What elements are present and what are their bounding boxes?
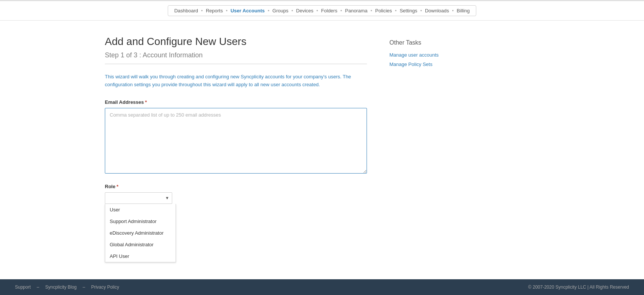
required-marker-role: * <box>116 184 118 189</box>
nav-separator: • <box>420 8 422 13</box>
sidebar-link-manage-user-accounts[interactable]: Manage user accounts <box>389 52 472 58</box>
nav-separator: • <box>291 8 293 13</box>
top-navigation: Dashboard•Reports•User Accounts•Groups•D… <box>0 0 644 21</box>
nav-separator: • <box>395 8 397 13</box>
sidebar-title: Other Tasks <box>389 39 472 46</box>
dropdown-option-global-admin[interactable]: Global Administrator <box>105 239 176 250</box>
content-area: Add and Configure New Users Step 1 of 3 … <box>105 36 367 204</box>
nav-separator: • <box>340 8 342 13</box>
footer-link-support[interactable]: Support <box>15 285 31 290</box>
nav-item-reports[interactable]: Reports <box>206 8 223 13</box>
divider <box>105 64 367 64</box>
email-label: Email Addresses* <box>105 99 367 105</box>
nav-item-downloads[interactable]: Downloads <box>425 8 449 13</box>
footer-copyright: © 2007-2020 Syncplicity LLC | All Rights… <box>528 285 629 290</box>
main-container: Add and Configure New Users Step 1 of 3 … <box>0 21 524 219</box>
sidebar-link-manage-policy-sets[interactable]: Manage Policy Sets <box>389 61 472 67</box>
description-text: This wizard will walk you through creati… <box>105 73 367 89</box>
nav-items-container: Dashboard•Reports•User Accounts•Groups•D… <box>168 5 476 16</box>
footer-link-privacy-policy[interactable]: Privacy Policy <box>91 285 119 290</box>
page-title: Add and Configure New Users <box>105 36 367 48</box>
email-input[interactable] <box>105 108 367 174</box>
nav-item-devices[interactable]: Devices <box>296 8 313 13</box>
nav-separator: • <box>452 8 454 13</box>
nav-item-panorama[interactable]: Panorama <box>345 8 368 13</box>
footer: Support – Syncplicity Blog – Privacy Pol… <box>0 279 644 295</box>
role-select-wrapper: User ▼ UserSupport AdministratoreDiscove… <box>105 192 172 204</box>
nav-item-policies[interactable]: Policies <box>375 8 392 13</box>
required-marker: * <box>145 99 147 105</box>
step-subtitle: Step 1 of 3 : Account Information <box>105 51 367 59</box>
nav-separator: • <box>226 8 228 13</box>
sidebar-links-container: Manage user accountsManage Policy Sets <box>389 52 472 67</box>
nav-separator: • <box>201 8 203 13</box>
nav-item-billing[interactable]: Billing <box>457 8 470 13</box>
nav-item-user-accounts[interactable]: User Accounts <box>231 8 265 13</box>
role-select-input[interactable]: User <box>105 192 172 204</box>
nav-item-folders[interactable]: Folders <box>321 8 337 13</box>
sidebar: Other Tasks Manage user accountsManage P… <box>389 36 472 204</box>
nav-separator: • <box>268 8 270 13</box>
role-dropdown-menu: UserSupport AdministratoreDiscovery Admi… <box>105 204 176 262</box>
role-label: Role* <box>105 184 367 189</box>
nav-separator: • <box>316 8 318 13</box>
footer-separator: – <box>83 285 85 290</box>
footer-links: Support – Syncplicity Blog – Privacy Pol… <box>15 285 119 290</box>
nav-item-settings[interactable]: Settings <box>400 8 417 13</box>
nav-separator: • <box>370 8 372 13</box>
dropdown-option-user[interactable]: User <box>105 204 176 216</box>
dropdown-option-support-admin[interactable]: Support Administrator <box>105 216 176 227</box>
footer-link-syncplicity-blog[interactable]: Syncplicity Blog <box>45 285 77 290</box>
email-form-group: Email Addresses* <box>105 99 367 175</box>
nav-item-dashboard[interactable]: Dashboard <box>174 8 198 13</box>
dropdown-option-api-user[interactable]: API User <box>105 250 176 262</box>
nav-item-groups[interactable]: Groups <box>273 8 289 13</box>
footer-separator: – <box>37 285 39 290</box>
role-form-group: Role* User ▼ UserSupport AdministratoreD… <box>105 184 367 204</box>
dropdown-option-ediscovery-admin[interactable]: eDiscovery Administrator <box>105 227 176 239</box>
